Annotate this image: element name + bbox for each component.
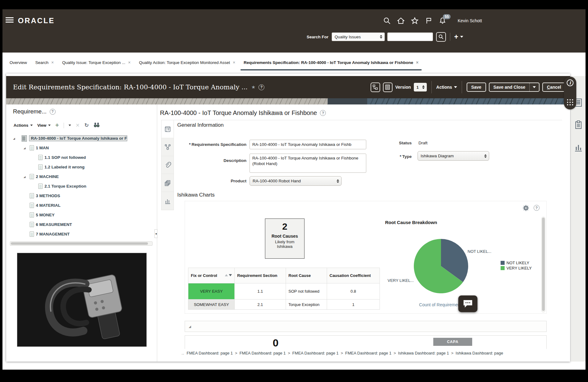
tab-quality-issue[interactable]: Quality Issue: Torque Exception ...× [59, 56, 134, 70]
help-icon[interactable]: ? [320, 110, 326, 116]
breadcrumb-link[interactable]: FMEA Dashboard: page 1 [187, 351, 233, 355]
hierarchy-view-button[interactable] [371, 83, 380, 92]
column-header-requirement-section[interactable]: Requirement Section [235, 268, 286, 283]
search-icon[interactable] [383, 17, 391, 24]
breadcrumb-link[interactable]: Ishikawa Dashboard: page [456, 351, 503, 355]
chevron-down-icon[interactable] [530, 83, 539, 91]
global-search-input[interactable] [387, 32, 433, 41]
info-icon[interactable]: i [567, 79, 573, 86]
tree-node-management[interactable]: 7 MANAGEMENT [8, 229, 154, 239]
gear-settings-icon[interactable] [523, 205, 529, 212]
bar-chart-icon[interactable] [573, 141, 583, 153]
fix-or-control-cell: SOMEWHAT EASY [188, 299, 235, 310]
tree-actions-menu[interactable]: Actions [14, 123, 33, 128]
general-info-form-icon[interactable] [162, 120, 174, 138]
breadcrumb-link[interactable]: Ishikawa Dashboard: page 1 [398, 351, 449, 355]
hamburger-menu-icon[interactable] [6, 17, 14, 23]
requirements-specification-label: *Requirements Specification [175, 142, 246, 147]
table-row[interactable]: SOMEWHAT EASY 2.1 Torque Exception 1 [188, 299, 380, 310]
paperclip-attachments-icon[interactable] [162, 156, 174, 174]
flag-icon[interactable] [425, 17, 432, 24]
column-header-root-cause[interactable]: Root Cause [286, 268, 327, 283]
table-row[interactable]: VERY EASY 1.1 SOP not followed 0.8 [188, 283, 380, 299]
legend-item-not-likely[interactable]: NOT LIKELY [501, 261, 532, 265]
tree-view-menu[interactable]: View [37, 123, 51, 128]
chart-vertical-scrollbar[interactable] [541, 217, 545, 312]
legend-item-very-likely[interactable]: VERY LIKELY [501, 266, 532, 270]
close-icon[interactable]: × [128, 60, 131, 65]
panel-splitter-handle[interactable]: ◄ [154, 229, 158, 238]
robot-hand-preview-image [17, 253, 147, 347]
tree-root-node[interactable]: ◢ RA-100-4000 - IoT Torque Anomaly Ishik… [8, 134, 154, 143]
requirements-specification-input[interactable] [250, 140, 366, 149]
scrollbar-thumb[interactable] [542, 218, 545, 311]
tab-requirements-specification[interactable]: Requirements Specification: RA-100-4000 … [241, 56, 422, 70]
expand-icon[interactable]: ◢ [23, 146, 27, 149]
tab-search[interactable]: Search× [32, 56, 57, 70]
save-button[interactable]: Save [467, 83, 486, 92]
network-diagram-icon[interactable] [162, 138, 174, 156]
expand-icon[interactable]: ◢ [13, 137, 17, 140]
collapsed-section-band[interactable]: ◢ [185, 321, 547, 332]
close-icon[interactable]: × [233, 60, 235, 65]
breadcrumb-link[interactable]: FMEA Dashboard: page 1 [239, 351, 286, 355]
add-node-icon[interactable]: + [55, 122, 59, 129]
tree-node-torque-exception[interactable]: 2.1 Torque Exception [8, 181, 154, 191]
scrollbar-thumb[interactable] [11, 242, 148, 245]
context-side-rail [571, 76, 586, 362]
tree-node-labeled-it-wrong[interactable]: 1.2 Labeled it wrong [8, 162, 154, 172]
help-icon[interactable]: ? [50, 109, 56, 115]
list-view-button[interactable] [383, 83, 393, 92]
type-select[interactable]: Ishikawa Diagram [418, 151, 489, 161]
version-spinner[interactable]: 1 [414, 83, 427, 91]
grid-dots-icon[interactable] [567, 99, 573, 105]
tree-node-methods[interactable]: 3 METHODS [8, 191, 154, 201]
breadcrumb-link[interactable]: FMEA Dashboard: page 1 [292, 351, 339, 355]
actions-menu[interactable]: Actions [436, 85, 457, 90]
search-submit-button[interactable] [436, 32, 446, 42]
sort-icons[interactable] [225, 274, 232, 276]
user-name[interactable]: Kevin Schott [458, 18, 482, 23]
product-select[interactable]: RA-100-4000 Robot Hand [250, 176, 342, 186]
binoculars-find-icon[interactable] [93, 122, 100, 128]
search-category-select[interactable]: Quality Issues [332, 32, 385, 41]
root-cause-pie-chart[interactable] [414, 239, 468, 295]
tree-node-measurement[interactable]: 6 MEASUREMENT [8, 220, 154, 229]
type-value: Ishikawa Diagram [421, 154, 454, 158]
expand-icon[interactable]: ◢ [23, 175, 27, 178]
column-header-causation-coefficient[interactable]: Causation Coefficient [327, 268, 380, 283]
favorites-star-icon[interactable] [411, 17, 418, 24]
clipboard-icon[interactable] [573, 119, 583, 131]
expand-icon[interactable]: ◢ [189, 325, 191, 328]
help-icon[interactable]: ? [258, 84, 264, 90]
tree-node-material[interactable]: 4 MATERIAL [8, 201, 154, 210]
close-icon[interactable]: × [51, 60, 54, 65]
description-textarea[interactable]: RA-100-4000 - IoT Torque Anomaly Ishikaw… [250, 154, 366, 173]
notifications-bell-icon[interactable]: 55 [439, 17, 446, 24]
close-icon[interactable]: × [416, 60, 418, 65]
bar-chart-section-icon[interactable] [162, 192, 174, 210]
add-menu-button[interactable]: + [454, 34, 463, 40]
favorite-star-icon[interactable]: ★ [251, 84, 255, 90]
add-node-chevron-icon[interactable] [69, 125, 71, 126]
breadcrumb-separator: > [288, 351, 290, 355]
help-icon[interactable]: ? [534, 205, 540, 211]
root-causes-kpi-tile[interactable]: 2 Root Causes Likely from Ishikawa [265, 219, 304, 259]
home-icon[interactable] [397, 17, 405, 24]
oracle-logo: ORACLE [18, 16, 55, 25]
tree-horizontal-scrollbar[interactable] [10, 241, 153, 246]
tab-overview[interactable]: Overview [6, 56, 30, 70]
tree-node-machine[interactable]: ◢ 2 MACHINE [8, 172, 154, 181]
save-and-close-button[interactable]: Save and Close [489, 83, 540, 92]
tree-node-money[interactable]: 5 MONEY [8, 210, 154, 220]
cancel-button[interactable]: Cancel [542, 83, 566, 92]
layers-copy-icon[interactable] [162, 174, 174, 192]
capa-button[interactable]: CAPA [433, 338, 472, 346]
tree-node-sop-not-followed[interactable]: 1.1 SOP not followed [8, 153, 154, 162]
refresh-icon[interactable]: ↻ [84, 122, 89, 129]
chat-button[interactable] [458, 295, 477, 312]
breadcrumb-link[interactable]: FMEA Dashboard: page 1 [345, 351, 392, 355]
tree-node-man[interactable]: ◢ 1 MAN [8, 143, 154, 153]
column-header-fix-or-control[interactable]: Fix or Control [188, 268, 235, 283]
tab-quality-action[interactable]: Quality Action: Torque Exception Monitor… [136, 56, 238, 70]
